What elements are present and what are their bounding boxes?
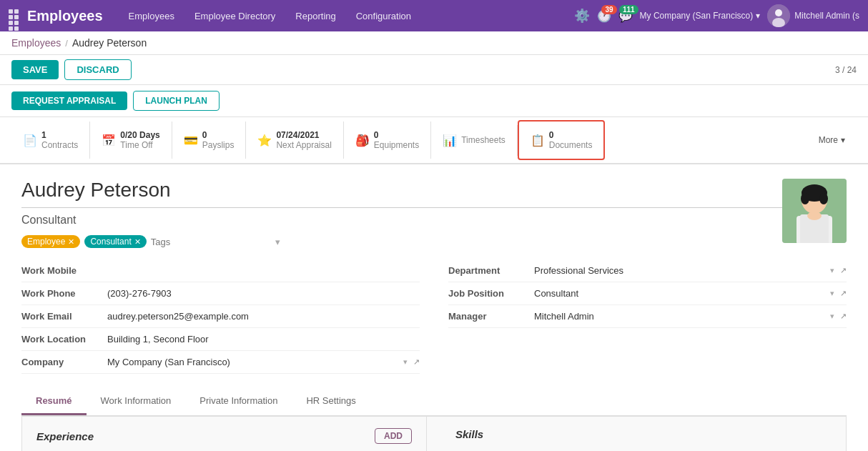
messages-icon[interactable]: 💬 111: [618, 9, 633, 23]
user-name: Mitchell Admin (s: [794, 11, 859, 21]
department-dropdown-arrow[interactable]: ▾: [830, 266, 834, 275]
job-position-label: Job Position: [448, 288, 534, 299]
topnav-right: ⚙️ 🕐 39 💬 111 My Company (San Francisco)…: [574, 4, 859, 27]
svg-point-10: [819, 193, 828, 204]
field-manager: Manager ▾ ↗: [448, 305, 847, 328]
work-mobile-label: Work Mobile: [21, 265, 107, 276]
stat-timesheets[interactable]: 📊 Timesheets: [431, 125, 518, 156]
manager-dropdown-arrow[interactable]: ▾: [830, 312, 834, 321]
topnav: Employees Employees Employee Directory R…: [0, 0, 868, 31]
employee-name[interactable]: Audrey Peterson: [21, 179, 782, 208]
timeoff-count: 0/20 Days: [120, 130, 159, 140]
stats-more-button[interactable]: More ▾: [807, 127, 857, 154]
contracts-label: Contracts: [41, 140, 78, 150]
skills-section: Skills: [441, 417, 846, 451]
work-email-label: Work Email: [21, 311, 107, 322]
apps-menu-icon[interactable]: [9, 9, 21, 22]
job-position-input[interactable]: [534, 288, 827, 299]
tags-dropdown-icon[interactable]: ▾: [275, 237, 280, 247]
stat-payslips[interactable]: 💳 0 Payslips: [172, 122, 247, 159]
experience-add-button[interactable]: ADD: [375, 428, 412, 444]
tab-private-information[interactable]: Private Information: [185, 388, 292, 415]
breadcrumb-separator: /: [65, 38, 68, 49]
breadcrumb: Employees / Audrey Peterson: [0, 31, 868, 55]
company-switcher[interactable]: My Company (San Francisco) ▾: [640, 11, 761, 21]
nav-configuration[interactable]: Configuration: [347, 6, 420, 26]
manager-external-link-icon[interactable]: ↗: [840, 312, 847, 321]
contracts-count: 1: [41, 130, 78, 140]
work-email-input[interactable]: [107, 311, 420, 322]
department-label: Department: [448, 265, 534, 276]
experience-header: Experience ADD: [36, 428, 412, 444]
timeoff-label: Time Off: [120, 140, 159, 150]
field-work-location: Work Location: [21, 328, 420, 351]
company-external-link-icon[interactable]: ↗: [413, 357, 420, 367]
manager-label: Manager: [448, 311, 534, 322]
work-mobile-input[interactable]: [107, 265, 420, 276]
appraisal-bar: REQUEST APPRAISAL LAUNCH PLAN: [0, 85, 868, 117]
work-phone-input[interactable]: [107, 288, 420, 299]
work-mobile-value: [107, 265, 420, 276]
experience-section: Experience ADD: [22, 417, 427, 451]
nav-reporting[interactable]: Reporting: [287, 6, 344, 26]
company-dropdown-arrow[interactable]: ▾: [403, 357, 408, 367]
stat-appraisal[interactable]: ⭐ 07/24/2021 Next Appraisal: [246, 122, 343, 159]
svg-point-9: [801, 193, 809, 204]
job-position-value: ▾ ↗: [534, 288, 847, 299]
employee-header-left: Audrey Peterson Consultant Employee ✕ Co…: [21, 179, 782, 248]
launch-plan-button[interactable]: LAUNCH PLAN: [133, 91, 220, 111]
field-department: Department ▾ ↗: [448, 259, 847, 282]
avatar: [767, 4, 790, 27]
tag-employee-remove[interactable]: ✕: [68, 237, 74, 247]
company-input[interactable]: [107, 357, 400, 367]
discard-button[interactable]: DISCARD: [64, 59, 131, 80]
activity-icon[interactable]: 🕐 39: [597, 9, 611, 23]
equipments-icon: 🎒: [355, 134, 370, 147]
tags-row: Employee ✕ Consultant ✕ ▾: [21, 235, 782, 248]
save-button[interactable]: SAVE: [11, 60, 59, 79]
stat-contracts[interactable]: 📄 1 Contracts: [11, 122, 90, 159]
department-input[interactable]: [534, 265, 827, 276]
nav-employee-directory[interactable]: Employee Directory: [186, 6, 284, 26]
stat-documents[interactable]: 📋 0 Documents: [518, 120, 606, 160]
tag-consultant-remove[interactable]: ✕: [134, 237, 141, 247]
breadcrumb-current: Audrey Peterson: [72, 37, 147, 49]
payslips-icon: 💳: [184, 134, 198, 147]
field-work-email: Work Email: [21, 305, 420, 328]
tab-hr-settings[interactable]: HR Settings: [292, 388, 370, 415]
documents-icon: 📋: [531, 134, 545, 147]
tag-employee[interactable]: Employee ✕: [21, 235, 80, 248]
work-location-input[interactable]: [107, 334, 420, 345]
topnav-menu: Employees Employee Directory Reporting C…: [120, 6, 568, 26]
tag-employee-label: Employee: [27, 237, 65, 247]
documents-label: Documents: [549, 140, 593, 150]
department-external-link-icon[interactable]: ↗: [840, 266, 847, 275]
action-bar: SAVE DISCARD 3 / 24: [0, 55, 868, 85]
star-icon[interactable]: ⚙️: [574, 8, 590, 24]
stat-timeoff[interactable]: 📅 0/20 Days Time Off: [90, 122, 172, 159]
job-position-external-link-icon[interactable]: ↗: [840, 289, 847, 298]
nav-employees[interactable]: Employees: [120, 6, 183, 26]
app-title: Employees: [27, 8, 103, 24]
appraisal-date: 07/24/2021: [276, 130, 331, 140]
tab-work-information[interactable]: Work Information: [87, 388, 186, 415]
tab-resume[interactable]: Resumé: [21, 388, 87, 415]
user-menu[interactable]: Mitchell Admin (s: [767, 4, 859, 27]
request-appraisal-button[interactable]: REQUEST APPRAISAL: [11, 91, 127, 110]
field-company: Company ▾ ↗: [21, 351, 420, 374]
breadcrumb-parent[interactable]: Employees: [11, 37, 61, 49]
department-value: ▾ ↗: [534, 265, 847, 276]
stat-equipments[interactable]: 🎒 0 Equipments: [344, 122, 431, 159]
employee-photo[interactable]: [782, 179, 847, 243]
job-position-dropdown-arrow[interactable]: ▾: [830, 289, 834, 298]
tag-consultant[interactable]: Consultant ✕: [84, 235, 146, 248]
field-work-mobile: Work Mobile: [21, 259, 420, 282]
manager-input[interactable]: [534, 311, 827, 322]
work-location-label: Work Location: [21, 334, 107, 345]
tags-input[interactable]: [151, 237, 271, 247]
action-buttons: SAVE DISCARD: [11, 59, 132, 80]
employee-job-title[interactable]: Consultant: [21, 214, 782, 227]
stats-more-chevron-icon: ▾: [841, 135, 845, 145]
fields-right: Department ▾ ↗ Job Position ▾ ↗ Manager: [448, 259, 847, 374]
manager-value: ▾ ↗: [534, 311, 847, 322]
